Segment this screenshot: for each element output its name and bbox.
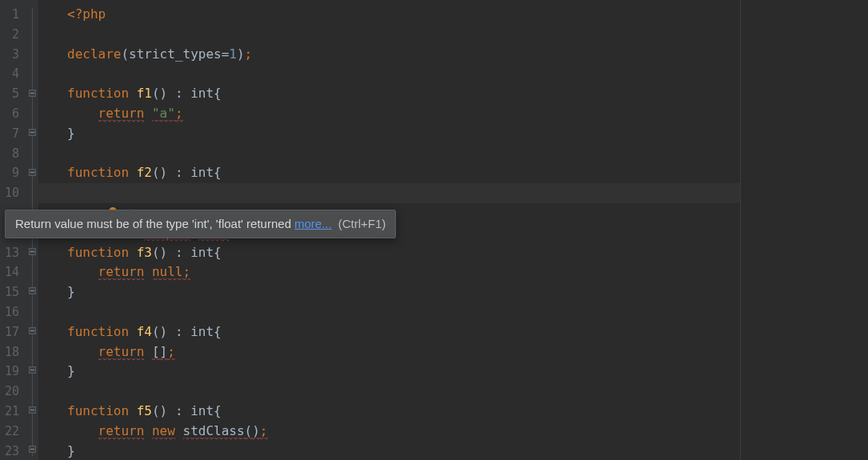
line-number: 4 (0, 64, 27, 84)
line-number: 1 (0, 5, 27, 25)
fold-toggle-icon[interactable] (29, 129, 36, 136)
line-number: 10 (0, 183, 27, 203)
line-number: 7 (0, 124, 27, 144)
fold-toggle-icon[interactable] (29, 446, 36, 453)
fold-toggle-icon[interactable] (29, 406, 36, 414)
fold-toggle-icon[interactable] (29, 169, 36, 176)
line-number: 16 (0, 302, 27, 322)
error-stripe[interactable] (740, 0, 868, 460)
line-number: 20 (0, 382, 27, 402)
intention-bulb-icon[interactable] (45, 186, 58, 198)
fold-toggle-icon[interactable] (29, 327, 36, 334)
line-number: 8 (0, 144, 27, 164)
line-number: 14 (0, 262, 27, 282)
fold-toggle-icon[interactable] (29, 287, 36, 294)
fold-toggle-icon[interactable] (29, 366, 36, 374)
line-number: 19 (0, 362, 27, 382)
inspection-tooltip: Return value must be of the type 'int', … (5, 210, 396, 238)
line-number: 5 (0, 84, 27, 104)
line-number: 17 (0, 322, 27, 342)
code-editor[interactable]: 1 2 3 4 5 6 7 8 9 10 11 12 13 14 15 16 1… (0, 0, 868, 460)
line-number: 15 (0, 282, 27, 302)
line-number: 13 (0, 243, 27, 263)
line-number: 2 (0, 25, 27, 45)
line-number: 9 (0, 163, 27, 183)
line-number: 21 (0, 402, 27, 422)
line-number: 3 (0, 45, 27, 65)
line-number: 22 (0, 422, 27, 442)
fold-toggle-icon[interactable] (29, 248, 36, 255)
line-number: 6 (0, 104, 27, 124)
tooltip-message: Return value must be of the type 'int', … (15, 217, 291, 230)
line-number: 23 (0, 442, 27, 460)
php-open-tag: <?php (67, 6, 106, 22)
line-number: 18 (0, 342, 27, 362)
tooltip-more-link[interactable]: more... (294, 217, 332, 230)
tooltip-shortcut: (Ctrl+F1) (338, 217, 386, 230)
fold-toggle-icon[interactable] (29, 90, 36, 97)
